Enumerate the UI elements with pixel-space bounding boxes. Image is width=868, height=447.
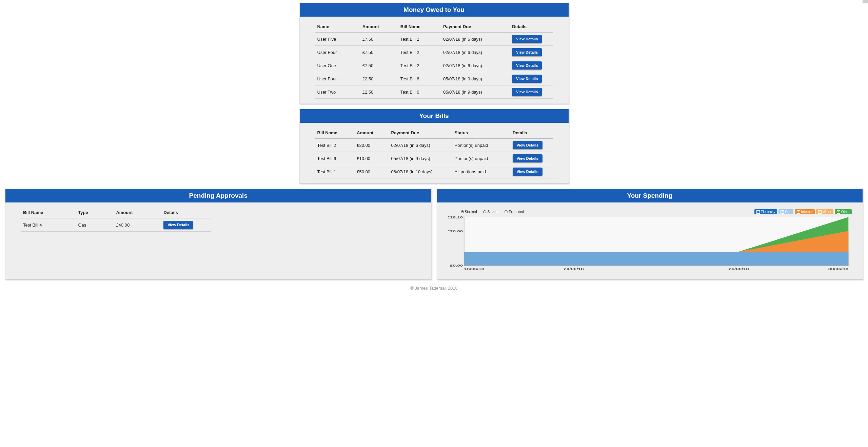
th-bill: Bill Name: [21, 207, 76, 218]
cell-due: 06/07/18 (in 10 days): [389, 165, 453, 178]
table-row: User Four£2.50Test Bill 605/07/18 (in 9 …: [315, 72, 553, 85]
th-details: Details: [510, 21, 553, 32]
cell-bill: Test Bill 2: [315, 138, 355, 152]
panel-your-bills: Your Bills Bill Name Amount Payment Due …: [299, 109, 569, 183]
table-header-row: Name Amount Bill Name Payment Due Detail…: [315, 21, 553, 32]
cell-bill: Test Bill 2: [398, 46, 441, 59]
legend-gas[interactable]: Gas: [778, 209, 793, 214]
cell-bill: Test Bill 2: [398, 32, 441, 46]
view-details-button[interactable]: View Details: [163, 221, 193, 229]
cell-due: 02/07/18 (in 6 days): [389, 138, 453, 152]
panel-pending-approvals: Pending Approvals Bill Name Type Amount …: [5, 189, 432, 279]
view-details-button[interactable]: View Details: [512, 61, 542, 70]
cell-amount: £7.50: [360, 32, 398, 46]
cell-due: 02/07/18 (in 6 days): [441, 32, 510, 46]
cell-details: View Details: [510, 85, 553, 99]
table-header-row: Bill Name Amount Payment Due Status Deta…: [315, 128, 553, 138]
chart-mode-radios: Stacked Stream Expanded: [461, 210, 530, 214]
radio-stacked[interactable]: Stacked: [461, 210, 477, 214]
cell-amount: £7.50: [360, 46, 398, 59]
x-tick: 30/06/18: [828, 267, 848, 271]
legend-water[interactable]: Water: [816, 209, 833, 214]
legend-electricity[interactable]: Electricity: [754, 209, 777, 214]
th-status: Status: [453, 128, 511, 138]
legend-label: Other: [841, 210, 850, 214]
cell-bill: Test Bill 2: [398, 59, 441, 72]
view-details-button[interactable]: View Details: [513, 168, 542, 176]
radio-expanded[interactable]: Expanded: [505, 210, 524, 214]
radio-dot-icon: [461, 210, 464, 213]
th-bill: Bill Name: [315, 128, 355, 138]
cell-due: 02/07/18 (in 6 days): [441, 46, 510, 59]
cell-due: 05/07/18 (in 9 days): [441, 85, 510, 99]
panel-your-spending: Your Spending Stacked Stream: [437, 189, 863, 279]
cell-status: Portion(s) unpaid: [453, 152, 511, 165]
legend-internet[interactable]: Internet: [795, 209, 815, 214]
legend-label: Electricity: [761, 210, 775, 214]
checkbox-icon: [756, 210, 760, 214]
cell-name: User One: [315, 59, 360, 72]
y-tick: £20.00: [448, 230, 463, 233]
cell-bill: Test Bill 6: [398, 72, 441, 85]
view-details-button[interactable]: View Details: [512, 88, 542, 96]
th-name: Name: [315, 21, 360, 32]
radio-stream[interactable]: Stream: [483, 210, 498, 214]
table-row: User Four£7.50Test Bill 202/07/18 (in 6 …: [315, 46, 553, 59]
cell-bill: Test Bill 6: [315, 152, 355, 165]
x-tick: 20/06/18: [564, 267, 584, 271]
cell-type: Gas: [76, 218, 114, 232]
y-tick: £28.10: [448, 216, 463, 219]
legend-label: Gas: [785, 210, 791, 214]
cell-name: User Five: [315, 32, 360, 46]
cell-details: View Details: [510, 32, 553, 46]
view-details-button[interactable]: View Details: [513, 141, 542, 149]
radio-dot-icon: [505, 210, 508, 213]
legend-other[interactable]: Other: [835, 209, 852, 214]
checkbox-icon: [797, 210, 800, 214]
cell-details: View Details: [511, 152, 553, 165]
table-row: User One£7.50Test Bill 202/07/18 (in 6 d…: [315, 59, 553, 72]
view-details-button[interactable]: View Details: [512, 35, 542, 43]
cell-amount: £2.50: [360, 72, 398, 85]
th-amount: Amount: [114, 207, 161, 218]
table-row: User Two£2.50Test Bill 605/07/18 (in 9 d…: [315, 85, 553, 99]
th-bill: Bill Name: [398, 21, 441, 32]
cell-details: View Details: [510, 72, 553, 85]
view-details-button[interactable]: View Details: [512, 48, 542, 56]
cell-bill: Test Bill 4: [21, 218, 76, 232]
cell-amount: £40.00: [114, 218, 161, 232]
view-details-button[interactable]: View Details: [512, 75, 542, 83]
x-tick: 26/06/18: [729, 267, 749, 271]
cell-name: User Two: [315, 85, 360, 99]
view-details-button[interactable]: View Details: [513, 154, 542, 162]
th-details: Details: [161, 207, 211, 218]
table-row: Test Bill 6£10.0005/07/18 (in 9 days)Por…: [315, 152, 553, 165]
chart-area: £28.10 £20.00 £0.00 16/06/18 20/06/18 26…: [448, 216, 852, 272]
table-header-row: Bill Name Type Amount Details: [21, 207, 211, 218]
checkbox-icon: [818, 210, 822, 214]
cell-details: View Details: [511, 165, 553, 178]
table-row: Test Bill 4Gas£40.00View Details: [21, 218, 211, 232]
cell-amount: £10.00: [355, 152, 389, 165]
footer-copyright: © James Tattersall 2018: [0, 286, 868, 291]
cell-bill: Test Bill 1: [315, 165, 355, 178]
cell-due: 02/07/18 (in 6 days): [441, 59, 510, 72]
th-amount: Amount: [360, 21, 398, 32]
cell-amount: £50.00: [355, 165, 389, 178]
scrollbar[interactable]: [863, 0, 868, 3]
th-amount: Amount: [355, 128, 389, 138]
table-approvals: Bill Name Type Amount Details Test Bill …: [21, 207, 211, 232]
checkbox-icon: [837, 210, 840, 214]
cell-name: User Four: [315, 72, 360, 85]
cell-bill: Test Bill 6: [398, 85, 441, 99]
legend-label: Internet: [801, 210, 813, 214]
radio-label: Stream: [487, 210, 498, 214]
spending-chart-svg: £28.10 £20.00 £0.00 16/06/18 20/06/18 26…: [448, 216, 852, 272]
x-tick: 16/06/18: [464, 267, 484, 271]
y-tick: £0.00: [450, 264, 462, 267]
table-owed: Name Amount Bill Name Payment Due Detail…: [315, 21, 553, 99]
panel-header-owed: Money Owed to You: [300, 3, 569, 17]
cell-amount: £2.50: [360, 85, 398, 99]
th-details: Details: [511, 128, 553, 138]
cell-status: Portion(s) unpaid: [453, 138, 511, 152]
